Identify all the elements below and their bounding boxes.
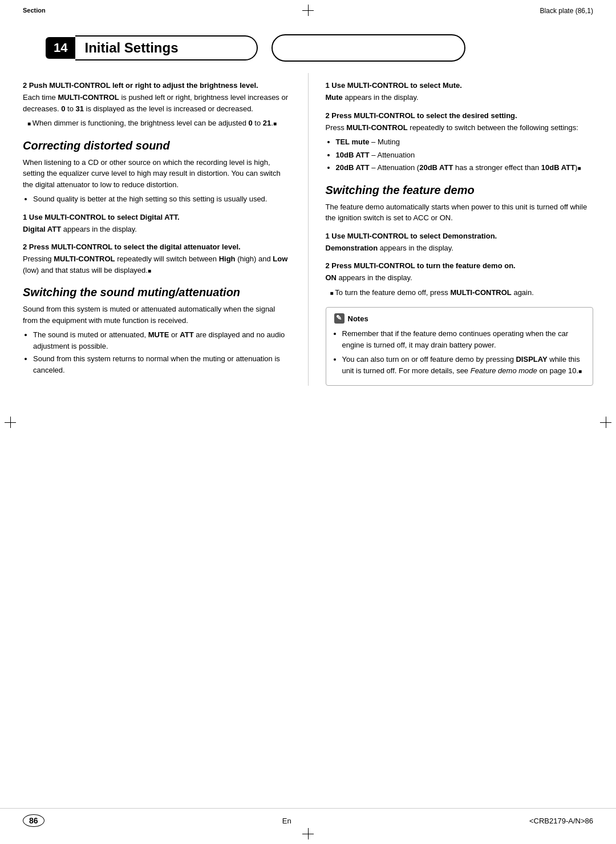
notes-title: Notes xyxy=(334,313,585,324)
step2-brightness-body: Each time MULTI-CONTROL is pushed left o… xyxy=(23,92,291,114)
step2b-body: Press MULTI-CONTROL repeatedly to switch… xyxy=(326,122,594,134)
step2b-heading: 2 Press MULTI-CONTROL to select the desi… xyxy=(326,111,594,120)
step1a-body: Digital ATT appears in the display. xyxy=(23,224,291,235)
section-title: Initial Settings xyxy=(75,35,258,60)
page-number: 86 xyxy=(23,814,44,827)
notes-title-text: Notes xyxy=(348,314,368,323)
switching-muting-intro: Sound from this system is muted or atten… xyxy=(23,304,291,326)
right-column: 1 Use MULTI-CONTROL to select Mute. Mute… xyxy=(309,73,594,386)
bullet-20db: 20dB ATT – Attenuation (20dB ATT has a s… xyxy=(336,162,594,173)
content-area: 2 Push MULTI-CONTROL left or right to ad… xyxy=(0,62,616,397)
switching-muting-bullets: The sound is muted or attenuated, MUTE o… xyxy=(33,329,291,375)
right-mid-crosshair xyxy=(600,417,611,428)
step2a-heading: 2 Press MULTI-CONTROL to select the digi… xyxy=(23,243,291,251)
bullet-tel-mute: TEL mute – Muting xyxy=(336,136,594,148)
step1b-heading: 1 Use MULTI-CONTROL to select Mute. xyxy=(326,81,594,90)
notes-icon xyxy=(334,313,345,324)
left-mid-crosshair xyxy=(5,417,16,428)
footer-lang: En xyxy=(282,817,291,825)
bullet-returns-normal: Sound from this system returns to normal… xyxy=(33,353,291,375)
section-label: Section xyxy=(23,7,46,14)
step1c-body: Demonstration appears in the display. xyxy=(326,243,594,254)
step2c-body1: ON appears in the display. xyxy=(326,272,594,284)
step2c-note: To turn the feature demo off, press MULT… xyxy=(330,287,594,298)
left-column: 2 Push MULTI-CONTROL left or right to ad… xyxy=(23,73,309,386)
correcting-distorted-bullets: Sound quality is better at the high sett… xyxy=(33,193,291,205)
feature-demo-intro: The feature demo automatically starts wh… xyxy=(326,201,594,224)
feature-demo-title: Switching the feature demo xyxy=(326,184,594,197)
notes-list: Remember that if the feature demo contin… xyxy=(342,328,585,376)
section-header: 14 Initial Settings xyxy=(23,34,593,62)
bullet-sound-quality: Sound quality is better at the high sett… xyxy=(33,193,291,205)
step2b-bullets: TEL mute – Muting 10dB ATT – Attenuation… xyxy=(336,136,594,173)
section-number: 14 xyxy=(46,37,75,59)
bullet-10db: 10dB ATT – Attenuation xyxy=(336,150,594,161)
step1a-heading: 1 Use MULTI-CONTROL to select Digital AT… xyxy=(23,213,291,221)
correcting-distorted-intro: When listening to a CD or other source o… xyxy=(23,157,291,191)
switching-muting-title: Switching the sound muting/attenuation xyxy=(23,286,291,299)
note-2: You can also turn on or off feature demo… xyxy=(342,354,585,376)
section-header-row: Section 14 Initial Settings xyxy=(0,17,616,62)
footer: 86 En <CRB2179-A/N>86 xyxy=(0,808,616,833)
correcting-distorted-title: Correcting distorted sound xyxy=(23,139,291,152)
section-title-right-decoration xyxy=(271,34,465,62)
step2a-body: Pressing MULTI-CONTROL repeatedly will s… xyxy=(23,253,291,276)
note-1: Remember that if the feature demo contin… xyxy=(342,328,585,350)
step1c-heading: 1 Use MULTI-CONTROL to select Demonstrat… xyxy=(326,232,594,240)
top-crosshair xyxy=(302,5,314,16)
footer-code: <CRB2179-A/N>86 xyxy=(529,817,593,825)
notes-box: Notes Remember that if the feature demo … xyxy=(326,307,594,386)
page: Black plate (86,1) Section 14 Initial Se… xyxy=(0,0,616,844)
bullet-mute-att: The sound is muted or attenuated, MUTE o… xyxy=(33,329,291,352)
step2-brightness-heading: 2 Push MULTI-CONTROL left or right to ad… xyxy=(23,81,291,90)
step2-brightness-note: When dimmer is functioning, the brightne… xyxy=(27,118,291,129)
black-plate-label: Black plate (86,1) xyxy=(540,7,593,15)
step2c-heading: 2 Press MULTI-CONTROL to turn the featur… xyxy=(326,261,594,270)
step1b-body: Mute appears in the display. xyxy=(326,92,594,103)
